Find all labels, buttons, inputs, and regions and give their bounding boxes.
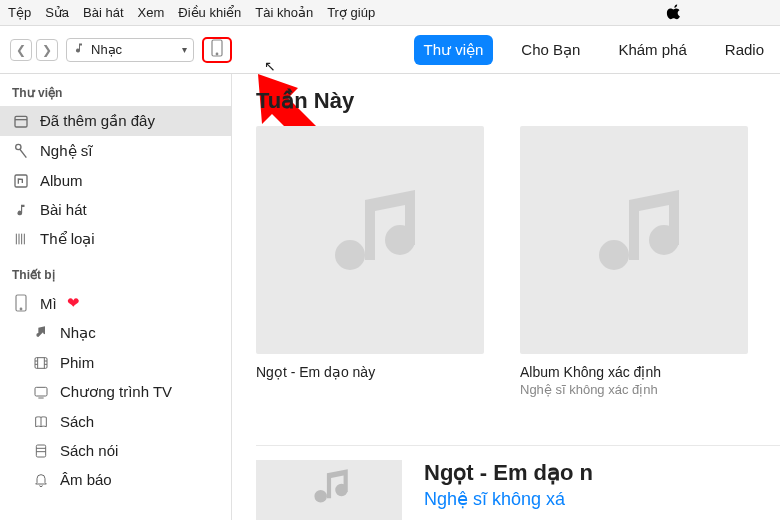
menu-edit[interactable]: Sửa [45,5,69,20]
section-title: Tuần Này [256,88,762,114]
menu-file[interactable]: Tệp [8,5,31,20]
sidebar-item-label: Sách [60,413,94,430]
sidebar-item-label: Thể loại [40,230,95,248]
menu-controls[interactable]: Điều khiển [178,5,241,20]
sidebar-device-tv[interactable]: Chương trình TV [0,377,231,407]
device-button[interactable] [202,37,232,63]
menu-song[interactable]: Bài hát [83,5,123,20]
menu-help[interactable]: Trợ giúp [327,5,375,20]
dropdown-label: Nhạc [91,42,176,57]
sidebar-item-label: Bài hát [40,201,87,218]
chevron-right-icon: ❯ [42,43,52,57]
back-button[interactable]: ❮ [10,39,32,61]
book-icon [32,414,50,430]
album-art-placeholder [520,126,748,354]
tv-icon [32,384,50,400]
sidebar-item-label: Âm báo [60,471,112,488]
svg-point-13 [20,308,22,310]
audiobook-icon [32,443,50,459]
menu-view[interactable]: Xem [138,5,165,20]
sidebar-item-label: Phim [60,354,94,371]
svg-rect-14 [35,357,47,368]
heart-icon: ❤ [67,294,80,312]
phone-icon [211,39,223,60]
music-notes-icon [32,325,50,341]
detail-artist-link[interactable]: Nghệ sĩ không xá [424,488,593,510]
tab-for-you[interactable]: Cho Bạn [511,35,590,65]
chevron-left-icon: ❮ [16,43,26,57]
sidebar-item-label: Sách nói [60,442,118,459]
sidebar-section-library: Thư viện [0,82,231,106]
album-card[interactable]: Album Không xác định Nghệ sĩ không xác đ… [520,126,748,397]
album-card[interactable]: Ngọt - Em dạo này [256,126,484,397]
sidebar-device-audiobooks[interactable]: Sách nói [0,436,231,465]
media-type-dropdown[interactable]: Nhạc ▾ [66,38,194,62]
sidebar-item-label: Chương trình TV [60,383,172,401]
sidebar-device-books[interactable]: Sách [0,407,231,436]
main-content: Tuần Này Ngọt - Em dạo này Album Không x… [232,74,780,520]
svg-rect-7 [15,175,27,187]
bell-icon [32,472,50,488]
phone-icon [12,294,30,312]
music-note-icon [73,41,85,58]
sidebar-item-label: Mì [40,295,57,312]
detail-title: Ngọt - Em dạo n [424,460,593,486]
detail-art-placeholder [256,460,402,520]
sidebar-device-tones[interactable]: Âm báo [0,465,231,494]
music-note-icon [12,202,30,218]
sidebar-item-label: Nhạc [60,324,96,342]
sidebar-item-label: Đã thêm gần đây [40,112,155,130]
svg-rect-24 [36,445,45,457]
guitar-icon [12,231,30,247]
tab-radio[interactable]: Radio [715,35,774,64]
sidebar-section-devices: Thiết bị [0,264,231,288]
calendar-icon [12,113,30,129]
sidebar-item-albums[interactable]: Album [0,166,231,195]
sidebar-item-label: Album [40,172,83,189]
menu-account[interactable]: Tài khoản [255,5,313,20]
album-icon [12,173,30,189]
tab-browse[interactable]: Khám phá [608,35,696,64]
apple-logo-icon [666,2,684,25]
svg-rect-3 [15,116,27,127]
toolbar: ❮ ❯ Nhạc ▾ Thư viện Cho Bạn Khám phá Rad… [0,26,780,74]
sidebar-device-item[interactable]: Mì ❤ [0,288,231,318]
svg-line-6 [20,149,27,158]
sidebar-item-recently-added[interactable]: Đã thêm gần đây [0,106,231,136]
forward-button[interactable]: ❯ [36,39,58,61]
sidebar-item-songs[interactable]: Bài hát [0,195,231,224]
sidebar-item-genres[interactable]: Thể loại [0,224,231,254]
microphone-icon [12,143,30,159]
svg-point-1 [216,53,218,55]
album-title: Ngọt - Em dạo này [256,364,484,380]
album-art-placeholder [256,126,484,354]
sidebar-item-artists[interactable]: Nghệ sĩ [0,136,231,166]
now-playing-strip: Ngọt - Em dạo n Nghệ sĩ không xá [256,445,780,520]
film-icon [32,355,50,371]
sidebar-device-music[interactable]: Nhạc [0,318,231,348]
sidebar: Thư viện Đã thêm gần đây Nghệ sĩ Album B… [0,74,232,520]
updown-caret-icon: ▾ [182,45,187,55]
tab-library[interactable]: Thư viện [414,35,494,65]
svg-rect-21 [35,387,47,396]
sidebar-item-label: Nghệ sĩ [40,142,92,160]
album-artist: Nghệ sĩ không xác định [520,382,748,397]
sidebar-device-movies[interactable]: Phim [0,348,231,377]
nav-tabs: Thư viện Cho Bạn Khám phá Radio [414,35,775,65]
menu-bar: Tệp Sửa Bài hát Xem Điều khiển Tài khoản… [0,0,780,26]
album-title: Album Không xác định [520,364,748,380]
